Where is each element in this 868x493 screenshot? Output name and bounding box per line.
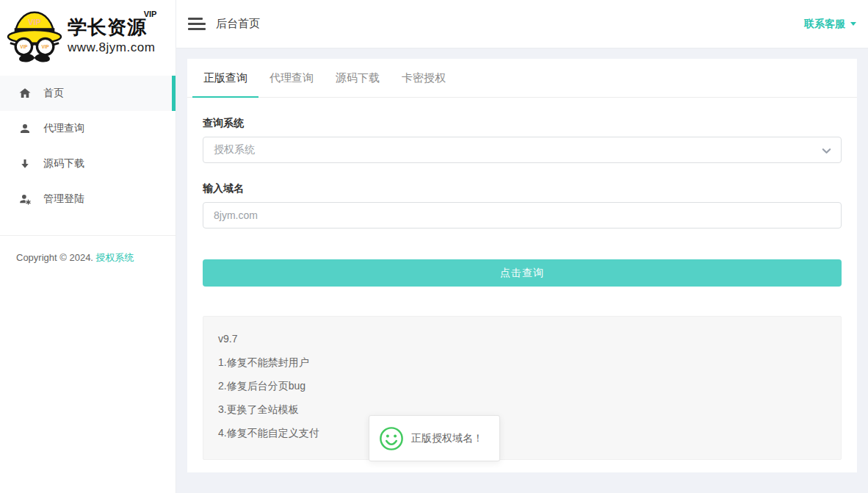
copyright: Copyright © 2024. 授权系统: [0, 236, 176, 280]
sidebar-item-admin-login[interactable]: 管理登陆: [0, 181, 176, 217]
changelog-item: 4.修复不能自定义支付: [218, 428, 826, 439]
changelog-version: v9.7: [218, 334, 826, 345]
changelog-item: 2.修复后台分页bug: [218, 381, 826, 392]
sidebar: VIP VIP VIP 学长资源 VIP www.8jym.com: [0, 0, 176, 493]
contact-support-label: 联系客服: [804, 18, 845, 31]
copyright-link[interactable]: 授权系统: [96, 252, 134, 263]
domain-field-label: 输入域名: [203, 182, 842, 195]
brand: VIP VIP VIP 学长资源 VIP www.8jym.com: [0, 0, 176, 70]
brand-title: 学长资源: [68, 16, 147, 38]
tab-genuine-query[interactable]: 正版查询: [192, 59, 258, 97]
svg-text:VIP: VIP: [28, 18, 40, 26]
sidebar-item-label: 源码下载: [43, 157, 84, 170]
download-icon: [18, 157, 32, 170]
brand-hat-logo-icon: VIP VIP VIP: [6, 3, 63, 69]
sidebar-item-source-download[interactable]: 源码下载: [0, 146, 176, 181]
system-field-label: 查询系统: [203, 117, 842, 130]
sidebar-item-label: 代理查询: [43, 122, 84, 135]
home-icon: [18, 87, 32, 100]
toast-message: 正版授权域名！: [411, 432, 483, 445]
system-select-value: 授权系统: [214, 143, 255, 156]
domain-input[interactable]: 8jym.com: [203, 202, 842, 228]
tab-card-auth[interactable]: 卡密授权: [391, 59, 457, 97]
svg-text:VIP: VIP: [20, 44, 27, 49]
caret-down-icon: [850, 22, 856, 26]
contact-support-link[interactable]: 联系客服: [804, 18, 856, 31]
sidebar-item-agent-query[interactable]: 代理查询: [0, 111, 176, 146]
brand-vip-badge: VIP: [144, 10, 157, 18]
sidebar-item-home[interactable]: 首页: [0, 76, 176, 111]
tab-bar: 正版查询 代理查询 源码下载 卡密授权: [187, 59, 857, 98]
user-icon: [18, 122, 32, 135]
query-submit-button[interactable]: 点击查询: [203, 259, 842, 287]
tab-agent-query[interactable]: 代理查询: [258, 59, 325, 97]
hamburger-icon[interactable]: [188, 18, 206, 30]
brand-url: www.8jym.com: [68, 40, 155, 55]
domain-input-placeholder: 8jym.com: [214, 209, 258, 221]
smiley-icon: [379, 426, 404, 451]
main-card: 正版查询 代理查询 源码下载 卡密授权 查询系统 授权系统 输入域名 8jym.…: [187, 59, 857, 472]
sidebar-item-label: 管理登陆: [43, 192, 84, 206]
toast-popup: 正版授权域名！: [369, 415, 500, 461]
topbar: 后台首页 联系客服: [176, 0, 868, 48]
changelog-box: v9.7 1.修复不能禁封用户 2.修复后台分页bug 3.更换了全站模板 4.…: [203, 316, 842, 460]
svg-text:VIP: VIP: [42, 44, 49, 49]
changelog-item: 3.更换了全站模板: [218, 404, 826, 415]
system-select[interactable]: 授权系统: [203, 137, 842, 163]
query-form: 查询系统 授权系统 输入域名 8jym.com 点击查询 v9.7 1.修复不能…: [187, 117, 857, 460]
chevron-down-icon: [822, 145, 831, 155]
changelog-item: 1.修复不能禁封用户: [218, 357, 826, 368]
user-gear-icon: [18, 192, 32, 206]
sidebar-nav: 首页 代理查询 源码下载: [0, 76, 176, 217]
page-title: 后台首页: [216, 17, 260, 31]
copyright-text: Copyright © 2024.: [16, 252, 93, 263]
sidebar-item-label: 首页: [43, 87, 64, 100]
tab-source-download[interactable]: 源码下载: [325, 59, 391, 97]
